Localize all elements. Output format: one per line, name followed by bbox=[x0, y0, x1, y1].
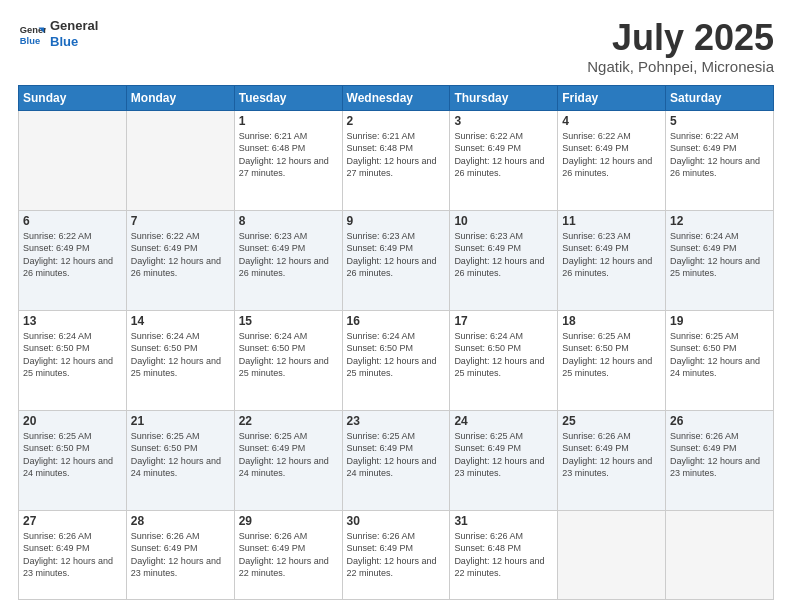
day-info: Sunrise: 6:24 AMSunset: 6:50 PMDaylight:… bbox=[131, 330, 230, 380]
subtitle: Ngatik, Pohnpei, Micronesia bbox=[587, 58, 774, 75]
calendar-cell: 1Sunrise: 6:21 AMSunset: 6:48 PMDaylight… bbox=[234, 110, 342, 210]
day-info: Sunrise: 6:26 AMSunset: 6:49 PMDaylight:… bbox=[562, 430, 661, 480]
day-info: Sunrise: 6:24 AMSunset: 6:49 PMDaylight:… bbox=[670, 230, 769, 280]
day-header-wednesday: Wednesday bbox=[342, 85, 450, 110]
calendar-cell: 2Sunrise: 6:21 AMSunset: 6:48 PMDaylight… bbox=[342, 110, 450, 210]
calendar-cell: 11Sunrise: 6:23 AMSunset: 6:49 PMDayligh… bbox=[558, 210, 666, 310]
day-info: Sunrise: 6:25 AMSunset: 6:50 PMDaylight:… bbox=[23, 430, 122, 480]
calendar-week-row: 6Sunrise: 6:22 AMSunset: 6:49 PMDaylight… bbox=[19, 210, 774, 310]
day-info: Sunrise: 6:23 AMSunset: 6:49 PMDaylight:… bbox=[454, 230, 553, 280]
day-number: 24 bbox=[454, 414, 553, 428]
day-header-tuesday: Tuesday bbox=[234, 85, 342, 110]
logo: General Blue General Blue bbox=[18, 18, 98, 49]
calendar-cell: 12Sunrise: 6:24 AMSunset: 6:49 PMDayligh… bbox=[666, 210, 774, 310]
calendar-cell: 9Sunrise: 6:23 AMSunset: 6:49 PMDaylight… bbox=[342, 210, 450, 310]
day-number: 5 bbox=[670, 114, 769, 128]
day-number: 14 bbox=[131, 314, 230, 328]
calendar-cell: 3Sunrise: 6:22 AMSunset: 6:49 PMDaylight… bbox=[450, 110, 558, 210]
day-info: Sunrise: 6:23 AMSunset: 6:49 PMDaylight:… bbox=[239, 230, 338, 280]
title-block: July 2025 Ngatik, Pohnpei, Micronesia bbox=[587, 18, 774, 75]
day-info: Sunrise: 6:25 AMSunset: 6:49 PMDaylight:… bbox=[454, 430, 553, 480]
day-header-monday: Monday bbox=[126, 85, 234, 110]
calendar-cell: 31Sunrise: 6:26 AMSunset: 6:48 PMDayligh… bbox=[450, 510, 558, 599]
calendar-cell: 15Sunrise: 6:24 AMSunset: 6:50 PMDayligh… bbox=[234, 310, 342, 410]
day-number: 1 bbox=[239, 114, 338, 128]
day-number: 15 bbox=[239, 314, 338, 328]
calendar-cell: 18Sunrise: 6:25 AMSunset: 6:50 PMDayligh… bbox=[558, 310, 666, 410]
day-info: Sunrise: 6:26 AMSunset: 6:49 PMDaylight:… bbox=[239, 530, 338, 580]
day-header-friday: Friday bbox=[558, 85, 666, 110]
calendar-cell: 5Sunrise: 6:22 AMSunset: 6:49 PMDaylight… bbox=[666, 110, 774, 210]
logo-blue: Blue bbox=[50, 34, 98, 50]
day-number: 9 bbox=[347, 214, 446, 228]
day-info: Sunrise: 6:22 AMSunset: 6:49 PMDaylight:… bbox=[23, 230, 122, 280]
day-info: Sunrise: 6:22 AMSunset: 6:49 PMDaylight:… bbox=[562, 130, 661, 180]
day-info: Sunrise: 6:25 AMSunset: 6:49 PMDaylight:… bbox=[347, 430, 446, 480]
day-number: 6 bbox=[23, 214, 122, 228]
calendar-cell: 13Sunrise: 6:24 AMSunset: 6:50 PMDayligh… bbox=[19, 310, 127, 410]
day-info: Sunrise: 6:24 AMSunset: 6:50 PMDaylight:… bbox=[23, 330, 122, 380]
day-info: Sunrise: 6:25 AMSunset: 6:50 PMDaylight:… bbox=[670, 330, 769, 380]
calendar-week-row: 1Sunrise: 6:21 AMSunset: 6:48 PMDaylight… bbox=[19, 110, 774, 210]
day-info: Sunrise: 6:25 AMSunset: 6:50 PMDaylight:… bbox=[131, 430, 230, 480]
day-info: Sunrise: 6:21 AMSunset: 6:48 PMDaylight:… bbox=[239, 130, 338, 180]
svg-text:Blue: Blue bbox=[20, 36, 40, 46]
calendar-cell: 14Sunrise: 6:24 AMSunset: 6:50 PMDayligh… bbox=[126, 310, 234, 410]
calendar-cell: 23Sunrise: 6:25 AMSunset: 6:49 PMDayligh… bbox=[342, 410, 450, 510]
day-info: Sunrise: 6:26 AMSunset: 6:49 PMDaylight:… bbox=[670, 430, 769, 480]
day-info: Sunrise: 6:22 AMSunset: 6:49 PMDaylight:… bbox=[670, 130, 769, 180]
day-number: 23 bbox=[347, 414, 446, 428]
day-number: 8 bbox=[239, 214, 338, 228]
calendar-cell: 21Sunrise: 6:25 AMSunset: 6:50 PMDayligh… bbox=[126, 410, 234, 510]
day-number: 16 bbox=[347, 314, 446, 328]
calendar-table: SundayMondayTuesdayWednesdayThursdayFrid… bbox=[18, 85, 774, 600]
calendar-cell: 22Sunrise: 6:25 AMSunset: 6:49 PMDayligh… bbox=[234, 410, 342, 510]
calendar-cell: 19Sunrise: 6:25 AMSunset: 6:50 PMDayligh… bbox=[666, 310, 774, 410]
day-number: 7 bbox=[131, 214, 230, 228]
day-number: 12 bbox=[670, 214, 769, 228]
day-info: Sunrise: 6:26 AMSunset: 6:49 PMDaylight:… bbox=[23, 530, 122, 580]
calendar-header-row: SundayMondayTuesdayWednesdayThursdayFrid… bbox=[19, 85, 774, 110]
calendar-cell: 25Sunrise: 6:26 AMSunset: 6:49 PMDayligh… bbox=[558, 410, 666, 510]
day-info: Sunrise: 6:24 AMSunset: 6:50 PMDaylight:… bbox=[347, 330, 446, 380]
calendar-cell: 17Sunrise: 6:24 AMSunset: 6:50 PMDayligh… bbox=[450, 310, 558, 410]
day-info: Sunrise: 6:24 AMSunset: 6:50 PMDaylight:… bbox=[454, 330, 553, 380]
day-info: Sunrise: 6:25 AMSunset: 6:49 PMDaylight:… bbox=[239, 430, 338, 480]
day-number: 10 bbox=[454, 214, 553, 228]
calendar-cell: 7Sunrise: 6:22 AMSunset: 6:49 PMDaylight… bbox=[126, 210, 234, 310]
day-number: 22 bbox=[239, 414, 338, 428]
day-info: Sunrise: 6:23 AMSunset: 6:49 PMDaylight:… bbox=[347, 230, 446, 280]
day-number: 19 bbox=[670, 314, 769, 328]
day-info: Sunrise: 6:21 AMSunset: 6:48 PMDaylight:… bbox=[347, 130, 446, 180]
calendar-cell bbox=[126, 110, 234, 210]
logo-general: General bbox=[50, 18, 98, 34]
calendar-cell: 20Sunrise: 6:25 AMSunset: 6:50 PMDayligh… bbox=[19, 410, 127, 510]
day-info: Sunrise: 6:23 AMSunset: 6:49 PMDaylight:… bbox=[562, 230, 661, 280]
day-number: 30 bbox=[347, 514, 446, 528]
calendar-week-row: 27Sunrise: 6:26 AMSunset: 6:49 PMDayligh… bbox=[19, 510, 774, 599]
day-number: 31 bbox=[454, 514, 553, 528]
calendar-cell: 26Sunrise: 6:26 AMSunset: 6:49 PMDayligh… bbox=[666, 410, 774, 510]
day-number: 29 bbox=[239, 514, 338, 528]
day-number: 20 bbox=[23, 414, 122, 428]
day-info: Sunrise: 6:22 AMSunset: 6:49 PMDaylight:… bbox=[131, 230, 230, 280]
day-number: 27 bbox=[23, 514, 122, 528]
day-info: Sunrise: 6:24 AMSunset: 6:50 PMDaylight:… bbox=[239, 330, 338, 380]
day-header-saturday: Saturday bbox=[666, 85, 774, 110]
day-number: 25 bbox=[562, 414, 661, 428]
page: General Blue General Blue July 2025 Ngat… bbox=[0, 0, 792, 612]
day-info: Sunrise: 6:26 AMSunset: 6:49 PMDaylight:… bbox=[131, 530, 230, 580]
calendar-cell: 27Sunrise: 6:26 AMSunset: 6:49 PMDayligh… bbox=[19, 510, 127, 599]
day-number: 18 bbox=[562, 314, 661, 328]
day-number: 11 bbox=[562, 214, 661, 228]
calendar-cell: 10Sunrise: 6:23 AMSunset: 6:49 PMDayligh… bbox=[450, 210, 558, 310]
header: General Blue General Blue July 2025 Ngat… bbox=[18, 18, 774, 75]
calendar-cell: 29Sunrise: 6:26 AMSunset: 6:49 PMDayligh… bbox=[234, 510, 342, 599]
calendar-cell bbox=[558, 510, 666, 599]
calendar-cell: 28Sunrise: 6:26 AMSunset: 6:49 PMDayligh… bbox=[126, 510, 234, 599]
calendar-cell: 6Sunrise: 6:22 AMSunset: 6:49 PMDaylight… bbox=[19, 210, 127, 310]
day-number: 21 bbox=[131, 414, 230, 428]
day-info: Sunrise: 6:26 AMSunset: 6:49 PMDaylight:… bbox=[347, 530, 446, 580]
day-number: 28 bbox=[131, 514, 230, 528]
calendar-cell: 24Sunrise: 6:25 AMSunset: 6:49 PMDayligh… bbox=[450, 410, 558, 510]
